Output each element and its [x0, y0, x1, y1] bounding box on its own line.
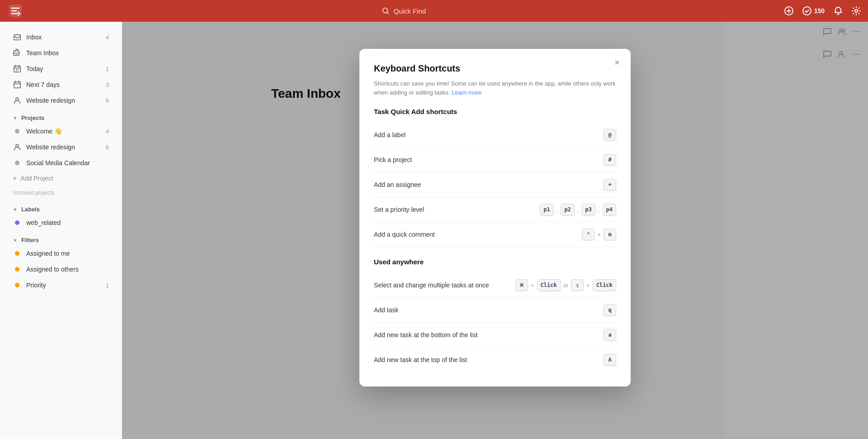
- archived-projects-link[interactable]: Archived projects: [4, 186, 118, 200]
- sidebar-item-assigned-to-others[interactable]: Assigned to others: [4, 262, 118, 277]
- learn-more-link[interactable]: Learn more: [452, 89, 481, 96]
- key-a: a: [604, 329, 616, 341]
- labels-section-header[interactable]: ▼ Labels: [4, 201, 118, 215]
- shortcut-priority-level-text: Set a priority level: [374, 206, 424, 213]
- modal-title: Keyboard Shortcuts: [374, 63, 616, 74]
- website-redesign-count: 6: [106, 144, 109, 151]
- shortcut-quick-comment-keys: ⌃ + m: [582, 229, 616, 240]
- shortcut-add-task-keys: q: [604, 304, 616, 316]
- sidebar-item-priority[interactable]: Priority 1: [4, 277, 118, 293]
- shortcut-add-task: Add task q: [374, 298, 616, 323]
- next7-label: Next 7 days: [26, 81, 101, 88]
- today-label: Today: [26, 65, 101, 72]
- key-click-1: Click: [537, 279, 561, 291]
- svg-text:17: 17: [15, 68, 19, 72]
- shortcut-select-multiple-text: Select and change multiple tasks at once: [374, 282, 489, 289]
- shortcut-priority-level: Set a priority level p1 , p2 , p3 , p4: [374, 197, 616, 222]
- social-media-dot-icon: [13, 158, 22, 167]
- quick-find-search[interactable]: Quick Find: [24, 7, 784, 15]
- priority-count: 1: [106, 282, 109, 289]
- sidebar-item-welcome[interactable]: Welcome 👋 4: [4, 124, 118, 139]
- key-shift: ⇧: [571, 279, 584, 291]
- modal-close-button[interactable]: ×: [611, 56, 623, 69]
- shortcut-add-label: Add a label @: [374, 123, 616, 148]
- assigned-to-others-dot-icon: [13, 265, 22, 274]
- welcome-count: 4: [106, 128, 109, 135]
- inbox-icon: [13, 33, 22, 42]
- shortcut-select-multiple: Select and change multiple tasks at once…: [374, 273, 616, 298]
- notifications-button[interactable]: [834, 6, 843, 15]
- shortcut-add-task-top-text: Add new task at the top of the list: [374, 356, 467, 363]
- sidebar-item-next7[interactable]: Next 7 days 3: [4, 77, 118, 92]
- used-anywhere-section-title: Used anywhere: [374, 258, 616, 266]
- projects-chevron-icon: ▼: [13, 115, 18, 121]
- shortcut-add-assignee-text: Add an assignee: [374, 181, 421, 188]
- sep-plus-select: +: [531, 282, 534, 289]
- sidebar: Inbox 4 Team Inbox 17 Today 1 Next 7 day…: [0, 22, 122, 439]
- add-project-button[interactable]: + Add Project: [4, 171, 118, 186]
- filters-section-header[interactable]: ▼ Filters: [4, 232, 118, 245]
- key-p2: p2: [561, 204, 574, 215]
- assigned-to-others-label: Assigned to others: [26, 266, 109, 273]
- app-logo[interactable]: [7, 3, 24, 19]
- shortcut-add-assignee: Add an assignee +: [374, 172, 616, 197]
- assigned-to-me-label: Assigned to me: [26, 250, 109, 257]
- shortcut-add-task-bottom: Add new task at the bottom of the list a: [374, 323, 616, 348]
- website-redesign-dot-icon: [13, 143, 22, 152]
- top-navigation: Quick Find 150: [0, 0, 868, 22]
- projects-section-header[interactable]: ▼ Projects: [4, 110, 118, 123]
- shortcut-priority-level-keys: p1 , p2 , p3 , p4: [540, 204, 616, 215]
- add-button[interactable]: [784, 6, 793, 15]
- search-placeholder: Quick Find: [393, 7, 426, 15]
- sep-plus-comment: +: [597, 231, 601, 238]
- completed-count[interactable]: 150: [802, 6, 825, 15]
- labels-label: Labels: [21, 206, 40, 213]
- sidebar-item-website-top[interactable]: Website redesign 6: [4, 93, 118, 108]
- sidebar-item-web-related[interactable]: web_related: [4, 215, 118, 230]
- shortcut-add-task-bottom-text: Add new task at the bottom of the list: [374, 331, 478, 339]
- filters-label: Filters: [21, 237, 39, 243]
- social-media-label: Social Media Calendar: [26, 159, 109, 167]
- team-inbox-icon: [13, 48, 22, 57]
- settings-button[interactable]: [852, 6, 861, 15]
- web-related-dot-icon: [13, 218, 22, 227]
- sep-comma-2: ,: [577, 206, 579, 213]
- sidebar-item-today[interactable]: 17 Today 1: [4, 61, 118, 76]
- shortcut-pick-project: Pick a project #: [374, 148, 616, 172]
- sidebar-item-inbox[interactable]: Inbox 4: [4, 29, 118, 45]
- key-A: A: [604, 354, 616, 366]
- shortcut-add-task-top: Add new task at the top of the list A: [374, 348, 616, 372]
- filters-chevron-icon: ▼: [13, 238, 18, 243]
- assigned-to-me-dot-icon: [13, 249, 22, 258]
- website-redesign-label: Website redesign: [26, 143, 101, 151]
- add-project-plus-icon: +: [13, 174, 17, 182]
- key-hash: #: [604, 154, 616, 166]
- modal-overlay[interactable]: × Keyboard Shortcuts Shortcuts can save …: [122, 22, 868, 439]
- sidebar-item-team-inbox[interactable]: Team Inbox: [4, 45, 118, 61]
- sep-comma-1: ,: [557, 206, 558, 213]
- sidebar-item-website-redesign[interactable]: Website redesign 6: [4, 139, 118, 155]
- key-plus: +: [604, 179, 616, 191]
- key-cmd: ⌘: [515, 279, 528, 291]
- key-q: q: [604, 304, 616, 316]
- topnav-actions: 150: [784, 6, 861, 15]
- priority-label: Priority: [26, 282, 101, 289]
- completed-number: 150: [814, 7, 825, 14]
- shortcut-pick-project-text: Pick a project: [374, 156, 412, 163]
- shortcut-add-task-top-keys: A: [604, 354, 616, 366]
- content-area: Team Inbox: [122, 22, 868, 439]
- sidebar-item-social-media[interactable]: Social Media Calendar: [4, 155, 118, 171]
- shortcut-select-multiple-keys: ⌘ + Click or ⇧ + Click: [515, 279, 616, 291]
- person-icon: [13, 96, 22, 105]
- sep-plus-shift: +: [586, 282, 590, 289]
- shortcut-add-assignee-keys: +: [604, 179, 616, 191]
- welcome-label: Welcome 👋: [26, 128, 101, 135]
- svg-point-4: [855, 10, 858, 12]
- welcome-dot-icon: [13, 127, 22, 136]
- key-p3: p3: [581, 204, 595, 215]
- today-icon: 17: [13, 64, 22, 73]
- labels-chevron-icon: ▼: [13, 207, 18, 212]
- web-related-label: web_related: [26, 219, 109, 226]
- sidebar-item-assigned-to-me[interactable]: Assigned to me: [4, 246, 118, 261]
- sep-or: or: [563, 282, 569, 289]
